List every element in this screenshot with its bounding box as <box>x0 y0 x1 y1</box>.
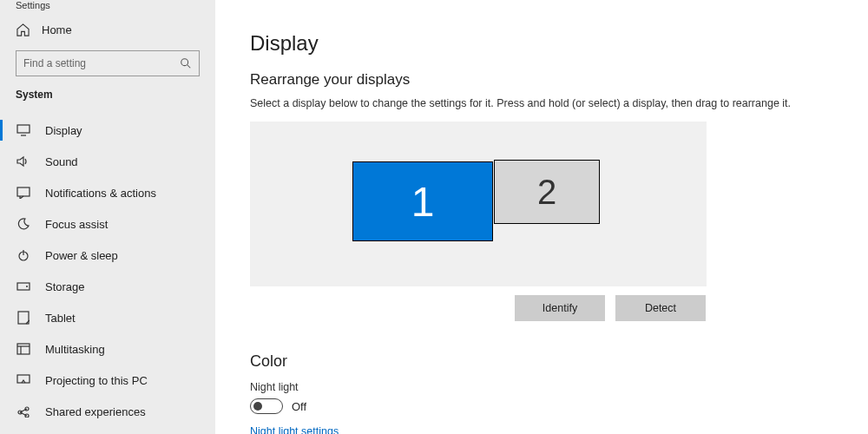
svg-rect-10 <box>17 344 30 354</box>
svg-rect-13 <box>17 375 30 383</box>
sidebar-item-label: Sound <box>45 155 78 168</box>
svg-rect-4 <box>17 187 30 196</box>
power-icon <box>16 248 31 262</box>
multitasking-icon <box>16 342 31 356</box>
rearrange-description: Select a display below to change the set… <box>250 97 833 109</box>
sidebar-item-label: Storage <box>45 280 85 293</box>
app-title: Settings <box>0 0 215 14</box>
main-content: Display Rearrange your displays Select a… <box>215 0 868 434</box>
sidebar-nav: Display Sound Notifications & actions Fo… <box>0 115 215 427</box>
night-light-toggle[interactable] <box>250 398 283 414</box>
sidebar-item-storage[interactable]: Storage <box>0 271 215 302</box>
night-light-state: Off <box>292 400 306 413</box>
sidebar-item-label: Projecting to this PC <box>45 374 148 387</box>
sidebar-item-projecting[interactable]: Projecting to this PC <box>0 365 215 396</box>
sidebar-item-sound[interactable]: Sound <box>0 146 215 177</box>
sidebar-item-focus-assist[interactable]: Focus assist <box>0 208 215 240</box>
home-button[interactable]: Home <box>0 17 215 42</box>
svg-rect-2 <box>17 125 30 133</box>
message-icon <box>16 186 31 200</box>
sidebar-item-label: Focus assist <box>45 218 108 231</box>
night-light-settings-link[interactable]: Night light settings <box>250 425 339 434</box>
night-light-label: Night light <box>250 381 833 393</box>
svg-point-8 <box>26 286 28 287</box>
night-light-toggle-row: Off <box>250 398 833 414</box>
sidebar: Settings Home System Display Sound <box>0 0 215 434</box>
sidebar-item-label: Tablet <box>45 312 76 325</box>
home-icon <box>16 23 30 36</box>
sidebar-item-notifications[interactable]: Notifications & actions <box>0 177 215 208</box>
sound-icon <box>16 155 31 168</box>
display-buttons: Identify Detect <box>515 295 833 321</box>
sidebar-item-label: Power & sleep <box>45 249 118 262</box>
storage-icon <box>16 279 31 293</box>
category-label: System <box>0 76 215 108</box>
svg-rect-9 <box>18 312 29 324</box>
sidebar-item-display[interactable]: Display <box>0 115 215 146</box>
search-icon <box>180 57 192 69</box>
sidebar-item-label: Notifications & actions <box>45 187 156 200</box>
tablet-icon <box>16 311 31 325</box>
detect-button[interactable]: Detect <box>615 295 706 321</box>
sidebar-item-label: Multitasking <box>45 343 105 356</box>
svg-point-0 <box>181 59 188 66</box>
color-heading: Color <box>250 352 833 371</box>
identify-button[interactable]: Identify <box>515 295 605 321</box>
rearrange-heading: Rearrange your displays <box>250 71 833 89</box>
search-field[interactable] <box>23 57 180 69</box>
sidebar-item-label: Shared experiences <box>45 405 146 418</box>
sidebar-item-label: Display <box>45 124 82 137</box>
svg-line-1 <box>187 65 191 69</box>
display-icon <box>16 123 31 137</box>
page-title: Display <box>250 31 833 56</box>
shared-icon <box>16 404 31 418</box>
search-input[interactable] <box>16 50 200 76</box>
color-section: Color Night light Off Night light settin… <box>250 352 833 434</box>
project-icon <box>16 373 31 387</box>
moon-icon <box>16 217 31 231</box>
sidebar-item-tablet[interactable]: Tablet <box>0 302 215 333</box>
monitor-2[interactable]: 2 <box>494 160 600 224</box>
sidebar-item-power[interactable]: Power & sleep <box>0 240 215 271</box>
home-label: Home <box>42 23 72 36</box>
monitor-1[interactable]: 1 <box>352 161 493 241</box>
display-arrangement[interactable]: 1 2 <box>250 122 707 286</box>
sidebar-item-shared[interactable]: Shared experiences <box>0 396 215 427</box>
sidebar-item-multitasking[interactable]: Multitasking <box>0 333 215 365</box>
